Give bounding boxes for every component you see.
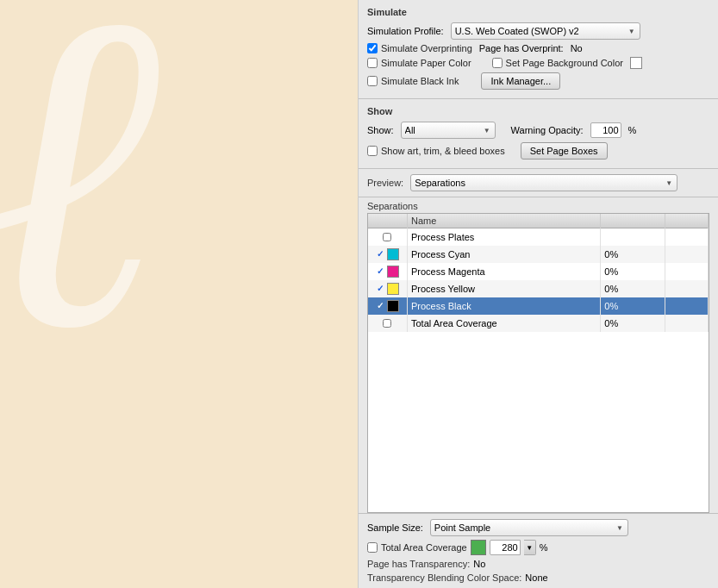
col-header-val1 — [601, 214, 665, 228]
table-row: ✓ Process Magenta 0% — [368, 263, 709, 280]
simulate-black-ink-row: Simulate Black Ink Ink Manager... — [367, 72, 709, 90]
row-val2-cell — [665, 228, 709, 246]
row-check-cell: ✓ — [368, 280, 407, 297]
warning-opacity-label: Warning Opacity: — [511, 125, 584, 135]
simulate-section: Simulate Simulation Profile: U.S. Web Co… — [359, 0, 718, 99]
transparency-blending-row: Transparency Blending Color Space: None — [367, 572, 709, 583]
simulation-profile-label: Simulation Profile: — [367, 26, 444, 36]
row-name-cell: Process Plates — [407, 228, 600, 246]
show-select[interactable]: All Spot Colors Process Colors — [401, 122, 496, 139]
separations-table-wrapper: Name Process Plates — [367, 213, 709, 513]
row-val2-cell — [665, 315, 709, 332]
show-art-trim-checkbox[interactable] — [367, 146, 378, 156]
page-transparency-label: Page has Transparency: — [367, 559, 470, 569]
simulate-black-ink-checkbox[interactable] — [367, 76, 378, 86]
sample-size-select[interactable]: Point Sample 3x3 Average 5x5 Average — [430, 519, 628, 536]
show-art-trim-row: Show art, trim, & bleed boxes Set Page B… — [367, 142, 709, 160]
row-check-cell: ✓ — [368, 297, 407, 315]
row-check-cell: ✓ — [368, 263, 407, 280]
decorative-letter: ℓ — [0, 0, 161, 397]
simulation-profile-wrap: U.S. Web Coated (SWOP) v2 SWOP v2 U.S. S… — [451, 22, 640, 40]
green-color-swatch[interactable] — [471, 540, 486, 555]
separations-table: Name Process Plates — [368, 214, 709, 332]
checkmark-icon: ✓ — [375, 301, 385, 311]
row-val1-cell — [601, 228, 665, 246]
table-row: Total Area Coverage 0% — [368, 315, 709, 332]
row-val1-cell: 0% — [601, 246, 665, 263]
right-panel: Simulate Simulation Profile: U.S. Web Co… — [358, 0, 718, 588]
table-row: Process Plates — [368, 228, 709, 246]
preview-row: Preview: Separations Overprint Preview C… — [359, 169, 718, 197]
row-check-cell — [368, 228, 407, 246]
separations-label: Separations — [359, 197, 718, 213]
black-swatch — [387, 300, 399, 312]
show-title: Show — [367, 106, 709, 116]
transparency-blending-value: None — [525, 572, 547, 583]
transparency-blending-label: Transparency Blending Color Space: — [367, 572, 521, 583]
simulate-black-ink-label[interactable]: Simulate Black Ink — [367, 76, 459, 86]
row-check-cell: ✓ — [368, 246, 407, 263]
bottom-section: Sample Size: Point Sample 3x3 Average 5x… — [359, 513, 718, 588]
page-has-overprint-value: No — [571, 43, 583, 53]
simulate-overprinting-label[interactable]: Simulate Overprinting — [367, 43, 472, 53]
tac-value-input[interactable] — [490, 540, 521, 555]
row-name-cell: Total Area Coverage — [407, 315, 600, 332]
col-header-check — [368, 214, 407, 228]
row-check-cell — [368, 315, 407, 332]
sample-size-row: Sample Size: Point Sample 3x3 Average 5x… — [367, 519, 709, 536]
separations-section: Separations Name — [359, 197, 718, 513]
left-decorative-panel: ℓ — [0, 0, 358, 588]
col-header-val2 — [665, 214, 709, 228]
row-checkbox[interactable] — [383, 233, 391, 241]
show-art-trim-label[interactable]: Show art, trim, & bleed boxes — [367, 146, 505, 156]
row-val1-cell: 0% — [601, 280, 665, 297]
show-label: Show: — [367, 125, 394, 135]
row-name-cell: Process Cyan — [407, 246, 600, 263]
row-val2-cell — [665, 297, 709, 315]
table-header-row: Name — [368, 214, 709, 228]
checkmark-icon: ✓ — [375, 266, 385, 277]
page-transparency-row: Page has Transparency: No — [367, 559, 709, 569]
simulate-paper-color-label[interactable]: Simulate Paper Color — [367, 58, 471, 68]
simulation-profile-select[interactable]: U.S. Web Coated (SWOP) v2 SWOP v2 U.S. S… — [451, 22, 640, 40]
simulate-overprinting-checkbox[interactable] — [367, 43, 378, 53]
row-val1-cell: 0% — [601, 315, 665, 332]
simulate-paper-checkbox[interactable] — [367, 58, 378, 68]
checkmark-icon: ✓ — [375, 284, 385, 294]
preview-select[interactable]: Separations Overprint Preview Custom — [410, 174, 677, 191]
table-row: ✓ Process Yellow 0% — [368, 280, 709, 297]
bg-color-swatch[interactable] — [630, 57, 642, 69]
sample-size-label: Sample Size: — [367, 522, 423, 533]
show-section: Show Show: All Spot Colors Process Color… — [359, 99, 718, 169]
row-val2-cell — [665, 280, 709, 297]
row-checkbox[interactable] — [383, 319, 391, 328]
row-val1-cell: 0% — [601, 297, 665, 315]
row-val2-cell — [665, 246, 709, 263]
tac-percent: % — [540, 542, 548, 553]
tac-checkbox-label[interactable]: Total Area Coverage — [367, 542, 467, 553]
total-area-coverage-row: Total Area Coverage ▼ % — [367, 540, 709, 555]
simulation-profile-row: Simulation Profile: U.S. Web Coated (SWO… — [367, 22, 709, 40]
warning-opacity-percent: % — [628, 125, 637, 135]
row-name-cell: Process Yellow — [407, 280, 600, 297]
sample-size-select-wrap: Point Sample 3x3 Average 5x5 Average — [430, 519, 628, 536]
yellow-swatch — [387, 283, 399, 295]
page-has-overprint-label: Page has Overprint: — [479, 43, 564, 53]
row-name-cell: Process Black — [407, 297, 600, 315]
show-row: Show: All Spot Colors Process Colors War… — [367, 122, 709, 139]
tac-dropdown-button[interactable]: ▼ — [524, 540, 536, 555]
preview-label: Preview: — [367, 178, 403, 188]
page-transparency-value: No — [473, 559, 485, 569]
simulate-title: Simulate — [367, 7, 709, 17]
checkmark-icon: ✓ — [375, 249, 385, 260]
show-select-wrap: All Spot Colors Process Colors — [401, 122, 496, 139]
ink-manager-button[interactable]: Ink Manager... — [481, 72, 560, 90]
set-page-bg-label[interactable]: Set Page Background Color — [492, 58, 623, 68]
set-page-bg-checkbox[interactable] — [492, 58, 503, 68]
warning-opacity-input[interactable] — [590, 122, 621, 138]
preview-select-wrap: Separations Overprint Preview Custom — [410, 174, 677, 191]
magenta-swatch — [387, 266, 399, 278]
table-row: ✓ Process Cyan 0% — [368, 246, 709, 263]
set-page-boxes-button[interactable]: Set Page Boxes — [521, 142, 608, 160]
tac-checkbox[interactable] — [367, 542, 378, 553]
